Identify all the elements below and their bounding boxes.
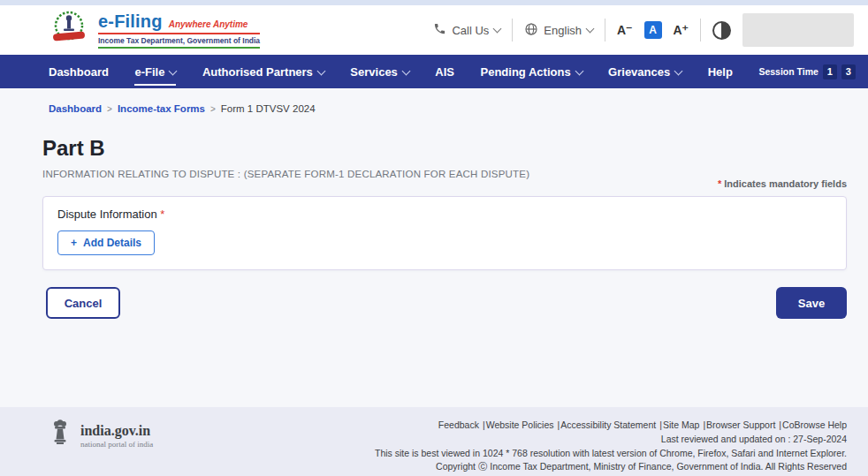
font-size-increase-button[interactable]: A⁺ xyxy=(674,23,689,37)
nav-label: Dashboard xyxy=(49,65,109,79)
breadcrumb-separator: > xyxy=(107,104,112,114)
footer-link-browser-support[interactable]: Browser Support xyxy=(706,419,775,430)
breadcrumb: Dashboard > Income-tax Forms > Form 1 DT… xyxy=(49,103,316,114)
footer-links-row: Feedback|Website Policies|Accessibility … xyxy=(375,419,847,433)
nav-label: Grievances xyxy=(608,65,670,79)
asterisk: * xyxy=(718,178,721,189)
session-digit-box: 1 xyxy=(823,64,837,79)
footer-link-separator: | xyxy=(779,419,781,430)
header: e-Filing Anywhere Anytime Income Tax Dep… xyxy=(0,5,868,55)
brand-tagline: Anywhere Anytime xyxy=(169,19,248,29)
breadcrumb-separator: > xyxy=(210,104,216,114)
nav-item-grievances[interactable]: Grievances xyxy=(608,55,681,88)
user-menu-redacted[interactable] xyxy=(742,13,854,47)
session-digit-box: 3 xyxy=(841,64,856,79)
language-menu[interactable]: English xyxy=(524,22,593,39)
footer-link-site-map[interactable]: Site Map xyxy=(663,419,699,430)
footer-portal-brand: india.gov.in national portal of india xyxy=(49,419,153,452)
main-navbar: Dashboard e-File Authorised Partners Ser… xyxy=(0,55,868,88)
call-us-menu[interactable]: Call Us xyxy=(433,22,500,38)
chevron-down-icon xyxy=(586,25,595,34)
india-emblem-icon xyxy=(49,419,72,452)
phone-icon xyxy=(433,22,446,38)
nav-item-e-file[interactable]: e-File xyxy=(134,55,176,88)
efiling-portal-page: e-Filing Anywhere Anytime Income Tax Dep… xyxy=(0,0,868,476)
nav-label: Services xyxy=(350,65,398,79)
footer-link-separator: | xyxy=(659,419,662,430)
chevron-down-icon xyxy=(401,66,410,75)
plus-icon: + xyxy=(71,237,77,249)
header-divider xyxy=(512,19,513,42)
page-title: Part B xyxy=(42,136,105,161)
app-name: e-Filing xyxy=(98,11,163,32)
globe-icon xyxy=(524,22,538,39)
brand-text: e-Filing Anywhere Anytime Income Tax Dep… xyxy=(98,11,260,49)
nav-label: AIS xyxy=(435,65,454,79)
contrast-toggle-icon[interactable] xyxy=(712,21,731,40)
brand: e-Filing Anywhere Anytime Income Tax Dep… xyxy=(49,8,260,52)
portal-name[interactable]: india.gov.in xyxy=(80,423,153,439)
nav-item-services[interactable]: Services xyxy=(350,55,409,88)
header-divider xyxy=(605,19,605,42)
font-size-normal-button[interactable]: A xyxy=(644,21,662,39)
dispute-information-label: Dispute Information * xyxy=(57,208,832,221)
footer: india.gov.in national portal of india Fe… xyxy=(0,407,868,476)
footer-updated-line: Last reviewed and updated on : 27-Sep-20… xyxy=(375,433,847,447)
call-us-label: Call Us xyxy=(452,24,489,37)
nav-label: Authorised Partners xyxy=(202,65,313,79)
footer-link-cobrowse-help[interactable]: CoBrowse Help xyxy=(782,419,847,430)
nav-item-authorised-partners[interactable]: Authorised Partners xyxy=(202,55,324,88)
header-controls: Call Us English A⁻ A A⁺ xyxy=(433,13,854,47)
session-timer: Session Time 1 3 xyxy=(758,55,856,88)
save-button[interactable]: Save xyxy=(776,287,847,319)
brand-org-line: Income Tax Department, Government of Ind… xyxy=(98,36,260,45)
page-subtitle: INFORMATION RELATING TO DISPUTE : (SEPAR… xyxy=(42,169,529,179)
footer-link-separator: | xyxy=(703,419,705,430)
language-label: English xyxy=(544,24,582,37)
chevron-down-icon xyxy=(674,66,683,75)
chevron-down-icon xyxy=(493,25,502,34)
main-content: Dashboard > Income-tax Forms > Form 1 DT… xyxy=(0,88,868,407)
dispute-information-text: Dispute Information xyxy=(57,208,157,221)
font-size-decrease-button[interactable]: A⁻ xyxy=(617,23,633,37)
breadcrumb-dashboard[interactable]: Dashboard xyxy=(49,103,102,114)
brand-red-rule xyxy=(98,33,260,34)
nav-item-pending-actions[interactable]: Pending Actions xyxy=(481,55,582,88)
nav-item-ais[interactable]: AIS xyxy=(435,55,454,88)
portal-tagline: national portal of india xyxy=(80,440,153,449)
nav-label: Help xyxy=(708,65,733,79)
chevron-down-icon xyxy=(169,66,178,75)
brand-green-rule xyxy=(98,47,260,49)
portal-text: india.gov.in national portal of india xyxy=(80,423,153,449)
nav-label: e-File xyxy=(134,65,164,79)
nav-item-help[interactable]: Help xyxy=(708,55,733,88)
footer-copyright-line: Copyright Ⓒ Income Tax Department, Minis… xyxy=(375,460,847,474)
footer-link-separator: | xyxy=(483,419,485,430)
income-tax-emblem-icon xyxy=(49,8,89,52)
footer-link-feedback[interactable]: Feedback xyxy=(438,419,479,430)
mandatory-note-text: Indicates mandatory fields xyxy=(724,178,847,189)
footer-link-website-policies[interactable]: Website Policies xyxy=(486,419,554,430)
add-details-label: Add Details xyxy=(83,237,141,249)
footer-resolution-line: This site is best viewed in 1024 * 768 r… xyxy=(375,447,847,461)
dispute-information-card: Dispute Information * + Add Details xyxy=(42,196,847,270)
chevron-down-icon xyxy=(316,66,325,75)
header-divider xyxy=(700,19,701,42)
cancel-button[interactable]: Cancel xyxy=(46,287,120,319)
nav-label: Pending Actions xyxy=(481,65,571,79)
nav-item-dashboard[interactable]: Dashboard xyxy=(49,55,109,88)
session-time-label: Session Time xyxy=(758,66,819,77)
asterisk: * xyxy=(160,208,164,221)
add-details-button[interactable]: + Add Details xyxy=(57,230,155,255)
mandatory-fields-note: * Indicates mandatory fields xyxy=(718,178,847,189)
footer-link-separator: | xyxy=(558,419,560,430)
breadcrumb-income-tax-forms[interactable]: Income-tax Forms xyxy=(118,103,205,114)
footer-link-accessibility-statement[interactable]: Accessibility Statement xyxy=(560,419,656,430)
chevron-down-icon xyxy=(575,66,583,75)
footer-info: Feedback|Website Policies|Accessibility … xyxy=(375,419,847,474)
breadcrumb-current: Form 1 DTVSV 2024 xyxy=(221,103,316,114)
